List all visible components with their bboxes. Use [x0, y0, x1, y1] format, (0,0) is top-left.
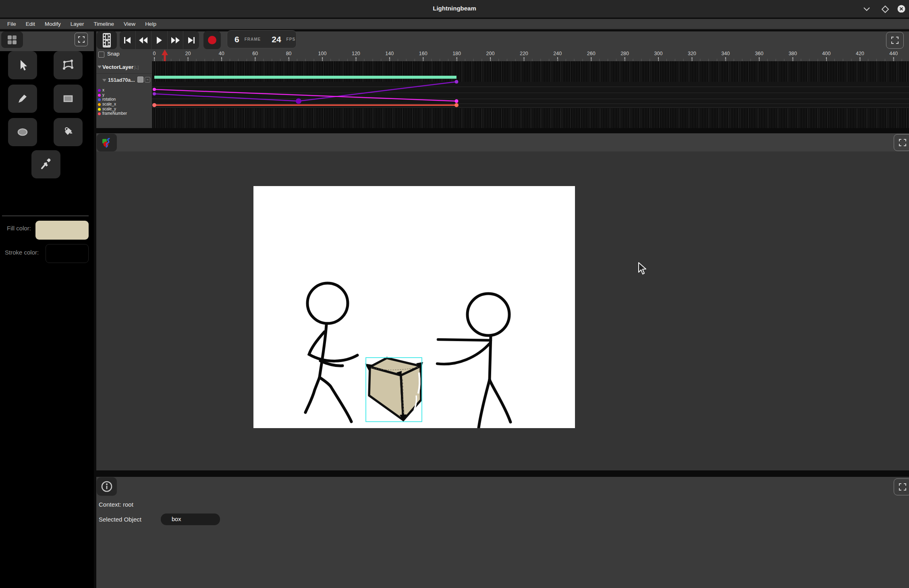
context-label: Context: root: [99, 501, 133, 508]
menu-timeline[interactable]: Timeline: [94, 21, 114, 27]
menu-modify[interactable]: Modify: [45, 21, 61, 27]
draw-tool-button[interactable]: [8, 85, 37, 113]
ruler-tick-label: 340: [721, 51, 730, 56]
transform-tool-button[interactable]: [54, 51, 83, 79]
object-row[interactable]: 151ad70a... ~: [96, 74, 152, 87]
current-frame-value[interactable]: 6: [235, 35, 239, 44]
panel-grid-button[interactable]: [1, 31, 23, 48]
ruler-tick-label: 200: [486, 51, 495, 56]
select-cursor-icon: [15, 58, 30, 72]
maximize-diamond-icon[interactable]: [881, 5, 890, 13]
ellipse-tool-button[interactable]: [8, 118, 37, 146]
property-color-dot: [98, 98, 101, 101]
tools-expand-button[interactable]: [75, 33, 88, 46]
close-icon[interactable]: [897, 4, 906, 12]
property-row-x[interactable]: x: [96, 88, 152, 93]
pencil-icon: [15, 91, 30, 106]
ruler-tick-label: 60: [252, 51, 258, 56]
ruler-tick-label: 280: [621, 51, 629, 56]
keyframe-dot: [455, 80, 459, 84]
layer-span-bar: [154, 76, 457, 79]
window-title: Lightningbeam: [0, 5, 909, 12]
ruler-tick-label: 260: [587, 51, 596, 56]
property-label: y: [102, 93, 104, 97]
keyframe-dot: [455, 99, 459, 103]
eyedropper-tool-button[interactable]: [31, 150, 60, 178]
box: [365, 358, 423, 422]
info-tab-button[interactable]: [97, 477, 117, 496]
expand-icon: [899, 139, 906, 146]
object-id: 151ad70a...: [108, 77, 135, 83]
collapse-triangle-icon[interactable]: [98, 66, 102, 68]
skip-end-button[interactable]: [183, 31, 199, 49]
menu-help[interactable]: Help: [145, 21, 156, 27]
object-ease-toggle[interactable]: ~: [145, 77, 150, 83]
ruler-tick-label: 320: [688, 51, 696, 56]
timeline-expand-button[interactable]: [886, 32, 904, 49]
fill-color-swatch[interactable]: [35, 221, 89, 240]
menu-file[interactable]: File: [7, 21, 16, 27]
playback-controls: [120, 31, 199, 49]
object-visibility-toggle[interactable]: [137, 77, 143, 83]
grid-icon: [7, 35, 17, 45]
stick-figure-left: [305, 283, 357, 422]
ruler-tick-label: 180: [452, 51, 461, 56]
playhead-marker[interactable]: [162, 50, 168, 62]
ruler-tick-label: 160: [419, 51, 428, 56]
skip-start-button[interactable]: [120, 31, 136, 49]
layer-type-badge: [L]: [134, 65, 139, 70]
rectangle-tool-button[interactable]: [54, 85, 83, 113]
ruler-tick-label: 40: [219, 51, 224, 56]
paint-bucket-tool-button[interactable]: [54, 118, 83, 146]
filmstrip-icon: [103, 33, 111, 48]
property-color-dot: [98, 94, 101, 97]
property-color-dot: [98, 112, 101, 115]
menu-bar: File Edit Modify Layer Timeline View Hel…: [0, 19, 909, 30]
rewind-button[interactable]: [136, 31, 152, 49]
info-expand-button[interactable]: [894, 478, 909, 495]
record-button[interactable]: [203, 31, 221, 49]
select-tool-button[interactable]: [8, 51, 37, 79]
canvas[interactable]: [253, 186, 575, 428]
skip-start-icon: [123, 37, 131, 43]
property-color-dot: [98, 108, 101, 111]
play-button[interactable]: [152, 31, 168, 49]
ruler-tick-label: 120: [352, 51, 360, 56]
fps-value[interactable]: 24: [272, 35, 281, 44]
property-label: scale_x: [102, 102, 116, 106]
menu-layer[interactable]: Layer: [71, 21, 84, 27]
layer-row-vectorlayer[interactable]: VectorLayer [L]: [96, 61, 152, 74]
mouse-cursor: [638, 262, 647, 276]
title-bar: Lightningbeam: [0, 0, 909, 18]
stage-tab-button[interactable]: [97, 134, 117, 151]
property-color-dot: [98, 103, 101, 106]
property-row-framenumber[interactable]: frameNumber: [96, 112, 152, 116]
rectangle-icon: [61, 91, 75, 106]
ruler-tick-label: 400: [822, 51, 831, 56]
property-color-dot: [98, 89, 101, 92]
rewind-icon: [139, 37, 148, 43]
transform-icon: [61, 58, 75, 72]
ruler-tick-label: 100: [318, 51, 327, 56]
selected-object-label: Selected Object: [99, 516, 141, 523]
keyframe-dot: [296, 98, 301, 104]
timeline-panel-button[interactable]: [97, 31, 117, 49]
timeline-ruler[interactable]: 0 20 40 60 80 100 120 140 160 180 200 22…: [152, 51, 909, 58]
keyframe-curves[interactable]: [152, 61, 909, 128]
minimize-chevron-icon[interactable]: [862, 5, 871, 13]
stage-expand-button[interactable]: [894, 134, 909, 151]
fast-forward-icon: [171, 37, 180, 43]
collapse-triangle-icon[interactable]: [102, 79, 106, 82]
menu-view[interactable]: View: [124, 21, 135, 27]
snap-checkbox[interactable]: [98, 52, 104, 58]
left-panel-divider: [2, 215, 89, 216]
ruler-tick-label: 360: [755, 51, 764, 56]
selected-object-input[interactable]: box: [161, 513, 220, 525]
keyframe-tracks[interactable]: [152, 61, 909, 128]
fast-forward-button[interactable]: [168, 31, 184, 49]
ruler-tick-label: 240: [553, 51, 562, 56]
menu-edit[interactable]: Edit: [26, 21, 35, 27]
keyframe-dot: [152, 103, 156, 107]
property-label: rotation: [102, 97, 116, 101]
stroke-color-swatch[interactable]: [46, 244, 89, 263]
